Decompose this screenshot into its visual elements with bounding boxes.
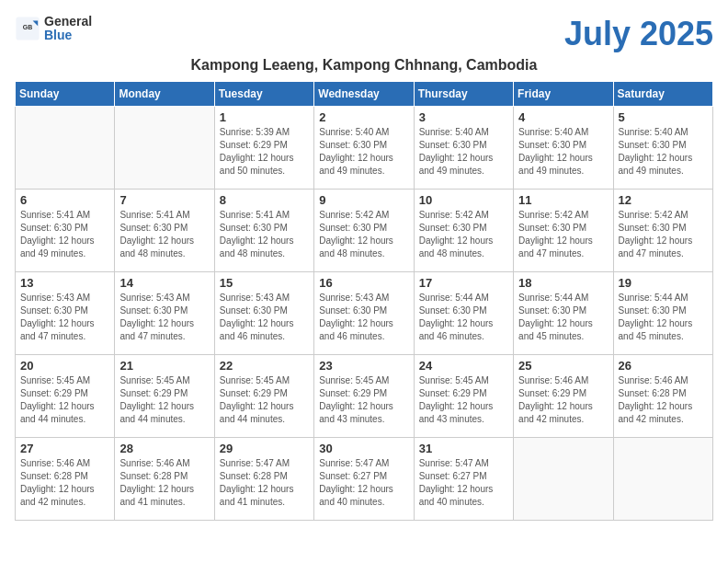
day-number: 18 (518, 276, 608, 290)
calendar-cell: 24Sunrise: 5:45 AM Sunset: 6:29 PM Dayli… (414, 355, 513, 438)
day-header-saturday: Saturday (613, 82, 712, 107)
logo-blue: Blue (44, 29, 92, 42)
calendar-cell: 2Sunrise: 5:40 AM Sunset: 6:30 PM Daylig… (314, 107, 414, 190)
location-title: Kampong Leaeng, Kampong Chhnang, Cambodi… (15, 57, 713, 74)
day-info: Sunrise: 5:47 AM Sunset: 6:28 PM Dayligh… (220, 457, 309, 509)
calendar-cell: 27Sunrise: 5:46 AM Sunset: 6:28 PM Dayli… (16, 438, 115, 521)
day-info: Sunrise: 5:47 AM Sunset: 6:27 PM Dayligh… (419, 457, 508, 509)
day-info: Sunrise: 5:40 AM Sunset: 6:30 PM Dayligh… (518, 126, 608, 178)
day-info: Sunrise: 5:44 AM Sunset: 6:30 PM Dayligh… (619, 292, 708, 343)
day-info: Sunrise: 5:44 AM Sunset: 6:30 PM Dayligh… (419, 292, 508, 343)
day-info: Sunrise: 5:42 AM Sunset: 6:30 PM Dayligh… (419, 209, 508, 260)
calendar-cell: 6Sunrise: 5:41 AM Sunset: 6:30 PM Daylig… (16, 190, 115, 272)
day-info: Sunrise: 5:39 AM Sunset: 6:29 PM Dayligh… (220, 126, 309, 178)
day-header-sunday: Sunday (16, 82, 115, 107)
day-info: Sunrise: 5:45 AM Sunset: 6:29 PM Dayligh… (119, 374, 209, 426)
calendar-cell: 17Sunrise: 5:44 AM Sunset: 6:30 PM Dayli… (414, 272, 513, 355)
calendar-cell: 15Sunrise: 5:43 AM Sunset: 6:30 PM Dayli… (214, 272, 313, 355)
calendar-cell: 1Sunrise: 5:39 AM Sunset: 6:29 PM Daylig… (214, 107, 313, 190)
calendar-cell: 29Sunrise: 5:47 AM Sunset: 6:28 PM Dayli… (214, 438, 313, 521)
day-info: Sunrise: 5:43 AM Sunset: 6:30 PM Dayligh… (319, 292, 408, 343)
calendar-cell (514, 438, 613, 521)
calendar-cell: 11Sunrise: 5:42 AM Sunset: 6:30 PM Dayli… (514, 190, 613, 272)
calendar-cell: 13Sunrise: 5:43 AM Sunset: 6:30 PM Dayli… (16, 272, 115, 355)
day-info: Sunrise: 5:41 AM Sunset: 6:30 PM Dayligh… (20, 209, 109, 260)
day-number: 22 (220, 359, 309, 373)
day-number: 6 (20, 193, 109, 207)
day-number: 3 (419, 110, 508, 124)
calendar-cell: 20Sunrise: 5:45 AM Sunset: 6:29 PM Dayli… (16, 355, 115, 438)
day-info: Sunrise: 5:44 AM Sunset: 6:30 PM Dayligh… (518, 292, 608, 343)
day-info: Sunrise: 5:41 AM Sunset: 6:30 PM Dayligh… (220, 209, 309, 260)
day-number: 7 (119, 193, 209, 207)
calendar-cell: 14Sunrise: 5:43 AM Sunset: 6:30 PM Dayli… (115, 272, 214, 355)
day-info: Sunrise: 5:45 AM Sunset: 6:29 PM Dayligh… (419, 374, 508, 426)
day-number: 26 (619, 359, 708, 373)
day-number: 8 (220, 193, 309, 207)
day-number: 14 (119, 276, 209, 290)
day-number: 25 (518, 359, 608, 373)
day-number: 21 (119, 359, 209, 373)
day-header-friday: Friday (514, 82, 613, 107)
day-header-tuesday: Tuesday (214, 82, 313, 107)
day-info: Sunrise: 5:40 AM Sunset: 6:30 PM Dayligh… (619, 126, 708, 178)
day-header-thursday: Thursday (414, 82, 513, 107)
day-number: 5 (619, 110, 708, 124)
day-info: Sunrise: 5:42 AM Sunset: 6:30 PM Dayligh… (319, 209, 408, 260)
day-info: Sunrise: 5:47 AM Sunset: 6:27 PM Dayligh… (319, 457, 408, 509)
day-number: 28 (119, 442, 209, 455)
day-number: 16 (319, 276, 408, 290)
calendar-cell: 28Sunrise: 5:46 AM Sunset: 6:28 PM Dayli… (115, 438, 214, 521)
month-title: July 2025 (564, 15, 713, 53)
calendar: SundayMondayTuesdayWednesdayThursdayFrid… (15, 81, 713, 521)
day-number: 29 (220, 442, 309, 455)
day-info: Sunrise: 5:40 AM Sunset: 6:30 PM Dayligh… (319, 126, 408, 178)
day-number: 31 (419, 442, 508, 455)
logo-icon: GB (15, 16, 40, 41)
day-number: 4 (518, 110, 608, 124)
day-info: Sunrise: 5:41 AM Sunset: 6:30 PM Dayligh… (119, 209, 209, 260)
calendar-cell: 7Sunrise: 5:41 AM Sunset: 6:30 PM Daylig… (115, 190, 214, 272)
calendar-cell: 10Sunrise: 5:42 AM Sunset: 6:30 PM Dayli… (414, 190, 513, 272)
day-info: Sunrise: 5:43 AM Sunset: 6:30 PM Dayligh… (220, 292, 309, 343)
day-number: 2 (319, 110, 408, 124)
day-header-wednesday: Wednesday (314, 82, 414, 107)
day-info: Sunrise: 5:43 AM Sunset: 6:30 PM Dayligh… (119, 292, 209, 343)
day-number: 12 (619, 193, 708, 207)
calendar-cell: 31Sunrise: 5:47 AM Sunset: 6:27 PM Dayli… (414, 438, 513, 521)
calendar-cell (115, 107, 214, 190)
day-info: Sunrise: 5:45 AM Sunset: 6:29 PM Dayligh… (20, 374, 109, 426)
day-number: 10 (419, 193, 508, 207)
calendar-cell (16, 107, 115, 190)
logo: GB General Blue (15, 15, 92, 43)
day-number: 19 (619, 276, 708, 290)
calendar-cell: 26Sunrise: 5:46 AM Sunset: 6:28 PM Dayli… (613, 355, 712, 438)
day-info: Sunrise: 5:46 AM Sunset: 6:28 PM Dayligh… (119, 457, 209, 509)
calendar-cell: 16Sunrise: 5:43 AM Sunset: 6:30 PM Dayli… (314, 272, 414, 355)
calendar-cell: 21Sunrise: 5:45 AM Sunset: 6:29 PM Dayli… (115, 355, 214, 438)
day-info: Sunrise: 5:46 AM Sunset: 6:28 PM Dayligh… (20, 457, 109, 509)
calendar-cell: 3Sunrise: 5:40 AM Sunset: 6:30 PM Daylig… (414, 107, 513, 190)
calendar-cell: 22Sunrise: 5:45 AM Sunset: 6:29 PM Dayli… (214, 355, 313, 438)
day-number: 20 (20, 359, 109, 373)
calendar-cell: 19Sunrise: 5:44 AM Sunset: 6:30 PM Dayli… (613, 272, 712, 355)
day-number: 17 (419, 276, 508, 290)
calendar-cell (613, 438, 712, 521)
calendar-cell: 30Sunrise: 5:47 AM Sunset: 6:27 PM Dayli… (314, 438, 414, 521)
day-info: Sunrise: 5:46 AM Sunset: 6:28 PM Dayligh… (619, 374, 708, 426)
calendar-cell: 18Sunrise: 5:44 AM Sunset: 6:30 PM Dayli… (514, 272, 613, 355)
day-number: 1 (220, 110, 309, 124)
svg-text:GB: GB (23, 25, 33, 31)
day-info: Sunrise: 5:45 AM Sunset: 6:29 PM Dayligh… (319, 374, 408, 426)
day-header-monday: Monday (115, 82, 214, 107)
day-info: Sunrise: 5:43 AM Sunset: 6:30 PM Dayligh… (20, 292, 109, 343)
calendar-cell: 4Sunrise: 5:40 AM Sunset: 6:30 PM Daylig… (514, 107, 613, 190)
day-number: 24 (419, 359, 508, 373)
calendar-cell: 25Sunrise: 5:46 AM Sunset: 6:29 PM Dayli… (514, 355, 613, 438)
day-info: Sunrise: 5:42 AM Sunset: 6:30 PM Dayligh… (518, 209, 608, 260)
day-number: 30 (319, 442, 408, 455)
day-number: 13 (20, 276, 109, 290)
day-info: Sunrise: 5:45 AM Sunset: 6:29 PM Dayligh… (220, 374, 309, 426)
logo-general: General (44, 15, 92, 29)
calendar-cell: 23Sunrise: 5:45 AM Sunset: 6:29 PM Dayli… (314, 355, 414, 438)
